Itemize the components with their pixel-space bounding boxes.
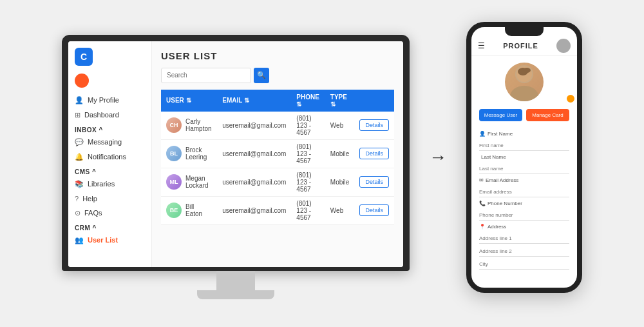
phone-field-label: Last Name: [479, 154, 569, 160]
phone-field-input[interactable]: [479, 187, 569, 197]
cell-phone: (801) 123 - 4567: [291, 139, 325, 168]
details-button[interactable]: Details: [359, 148, 389, 159]
phone-field-input[interactable]: [479, 246, 569, 257]
libraries-icon: 📚: [75, 180, 84, 188]
field-icon: 📞: [479, 201, 486, 206]
message-user-button[interactable]: Message User: [479, 109, 522, 121]
user-avatar: CH: [166, 117, 182, 133]
table-row: ML Megan Lockard useremail@gmail.com (80…: [161, 168, 394, 196]
sidebar-item-libraries[interactable]: 📚 Libraries: [68, 177, 151, 192]
phone-device: ☰ PROFILE: [466, 22, 582, 293]
phone-field-input[interactable]: [479, 164, 569, 174]
phone-wrapper: ☰ PROFILE: [466, 22, 582, 293]
arrow-section: →: [429, 147, 447, 168]
messaging-icon: 💬: [75, 138, 84, 146]
user-name: Carly Hampton: [185, 118, 212, 132]
phone-profile-badge: [565, 94, 576, 104]
phone-action-btns: Message User Manage Card: [471, 105, 577, 125]
svg-point-4: [523, 68, 531, 73]
sidebar-item-help[interactable]: ? Help: [68, 192, 151, 206]
col-phone: PHONE ⇅: [291, 90, 325, 112]
cell-user: ML Megan Lockard: [161, 168, 217, 196]
notifications-icon: 🔔: [75, 153, 84, 161]
details-button[interactable]: Details: [359, 119, 389, 131]
cell-user: BL Brock Leering: [161, 139, 217, 168]
user-avatar: ML: [166, 174, 182, 190]
col-action: [354, 90, 394, 112]
monitor-stand-neck: [216, 271, 255, 290]
monitor-border: C 👤 My Profile ⊞ Dashboard INBOX ^ 💬 Mes…: [62, 35, 410, 271]
field-icon: 📍: [479, 224, 486, 230]
phone-field-input[interactable]: [479, 259, 569, 270]
col-type: TYPE ⇅: [325, 90, 355, 112]
cell-type: Web: [325, 112, 355, 140]
logo: C: [75, 48, 93, 66]
phone-header-avatar: [556, 39, 571, 53]
sidebar-item-faqs[interactable]: ⊙ FAQs: [68, 206, 151, 221]
arrow-icon: →: [429, 147, 447, 168]
cell-phone: (801) 123 - 4567: [291, 168, 325, 196]
monitor-screen: C 👤 My Profile ⊞ Dashboard INBOX ^ 💬 Mes…: [68, 41, 403, 267]
phone-header-title: PROFILE: [503, 42, 538, 50]
sidebar-avatar-row: [68, 71, 151, 93]
user-avatar-dot: [75, 74, 89, 88]
phone-profile-section: [471, 56, 577, 105]
user-avatar: BL: [166, 146, 182, 161]
sidebar-item-user-list[interactable]: 👥 User List: [68, 233, 151, 248]
phone-menu-icon[interactable]: ☰: [478, 41, 485, 50]
phone-field-input[interactable]: [479, 210, 569, 221]
cell-email: useremail@gmail.com: [217, 168, 291, 196]
table-header-row: USER ⇅ EMAIL ⇅ PHONE ⇅ TYPE ⇅: [161, 90, 394, 112]
cell-details: Details: [354, 168, 394, 196]
table-row: BL Brock Leering useremail@gmail.com (80…: [161, 139, 394, 168]
sidebar-item-my-profile[interactable]: 👤 My Profile: [68, 93, 151, 108]
search-row: 🔍: [161, 68, 394, 83]
page-title: USER LIST: [161, 50, 394, 61]
dashboard-icon: ⊞: [75, 111, 80, 119]
field-icon: ✉: [479, 177, 484, 183]
phone-field-input[interactable]: [479, 141, 569, 151]
search-input[interactable]: [161, 68, 251, 83]
phone-field-label: 📞Phone Number: [479, 201, 569, 206]
cms-section-header: CMS ^: [68, 164, 151, 177]
sidebar: C 👤 My Profile ⊞ Dashboard INBOX ^ 💬 Mes…: [68, 41, 152, 267]
user-name: Megan Lockard: [185, 175, 212, 189]
table-row: CH Carly Hampton useremail@gmail.com (80…: [161, 112, 394, 140]
phone-field-label: ✉Email Address: [479, 177, 569, 183]
search-button[interactable]: 🔍: [254, 68, 269, 83]
cell-type: Mobile: [325, 168, 355, 196]
phone-field-label: 👤First Name: [479, 131, 569, 137]
user-avatar: BE: [166, 203, 182, 218]
svg-point-1: [510, 86, 538, 101]
inbox-section-header: INBOX ^: [68, 123, 151, 135]
main-content: USER LIST 🔍 USER ⇅ EMAIL ⇅ PHONE ⇅ TYPE …: [152, 41, 403, 267]
table-row: BE Bill Eaton useremail@gmail.com (801) …: [161, 196, 394, 224]
phone-inner: ☰ PROFILE: [471, 27, 577, 288]
phone-profile-photo: [505, 63, 544, 101]
user-name: Brock Leering: [185, 146, 212, 161]
faqs-icon: ⊙: [75, 209, 80, 217]
phone-notch: [505, 27, 544, 36]
sidebar-item-dashboard[interactable]: ⊞ Dashboard: [68, 108, 151, 123]
phone-header: ☰ PROFILE: [471, 36, 577, 56]
phone-field-label: 📍Address: [479, 224, 569, 230]
cell-details: Details: [354, 139, 394, 168]
phone-field-input[interactable]: [479, 233, 569, 244]
sidebar-item-notifications[interactable]: 🔔 Notifications: [68, 150, 151, 164]
cell-user: CH Carly Hampton: [161, 112, 217, 140]
details-button[interactable]: Details: [359, 204, 389, 216]
crm-section-header: CRM ^: [68, 221, 151, 233]
cell-email: useremail@gmail.com: [217, 112, 291, 140]
details-button[interactable]: Details: [359, 176, 389, 188]
sidebar-item-messaging[interactable]: 💬 Messaging: [68, 135, 151, 150]
help-icon: ?: [75, 195, 79, 203]
col-user: USER ⇅: [161, 90, 217, 112]
manage-card-button[interactable]: Manage Card: [526, 109, 569, 121]
user-list-icon: 👥: [75, 236, 84, 244]
user-name: Bill Eaton: [185, 203, 212, 217]
cell-details: Details: [354, 112, 394, 140]
phone-form: 👤First NameLast Name✉Email Address📞Phone…: [471, 125, 577, 272]
cell-type: Mobile: [325, 139, 355, 168]
col-email: EMAIL ⇅: [217, 90, 291, 112]
monitor-stand-base: [197, 290, 274, 299]
